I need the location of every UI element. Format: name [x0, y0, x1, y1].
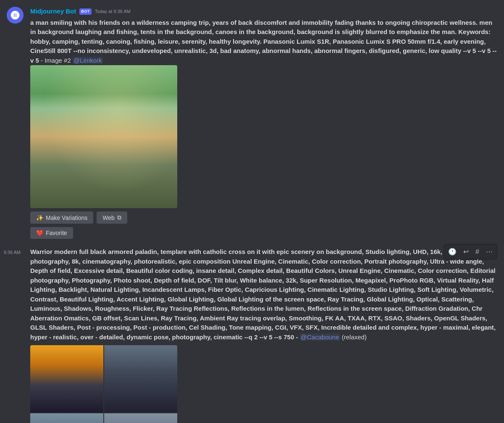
action-buttons-1: ✨ Make Variations Web ⧉: [30, 212, 497, 224]
mention-cacaboune[interactable]: @Cacaboune: [300, 333, 340, 341]
message-time-2: 9:36 AM: [2, 249, 21, 256]
knight-image-grid: [30, 345, 177, 423]
status-relaxed: (relaxed): [342, 333, 367, 341]
message-header-1: Midjourney Bot BOT Today at 9:36 AM: [30, 7, 497, 16]
knight-image-3: [30, 413, 103, 423]
message-text-2: Warrior modern full black armored paladi…: [30, 247, 497, 342]
web-button[interactable]: Web ⧉: [97, 212, 127, 224]
clock-action-button[interactable]: 🕐: [446, 246, 459, 257]
make-variations-label: Make Variations: [46, 214, 87, 221]
external-link-icon: ⧉: [117, 214, 121, 221]
message-group-1: Midjourney Bot BOT Today at 9:36 AM a ma…: [30, 7, 497, 239]
heart-icon: ❤️: [36, 230, 43, 236]
make-variations-button[interactable]: ✨ Make Variations: [30, 212, 93, 224]
avatar: [7, 7, 24, 24]
message-actions-2: 🕐 ↩ # ⋯: [444, 244, 497, 259]
mention-limkork[interactable]: @Limkork: [73, 57, 103, 64]
bot-name: Midjourney Bot: [30, 7, 76, 16]
favorite-button[interactable]: ❤️ Favorite: [30, 227, 73, 239]
knight-image-4: [104, 413, 177, 423]
web-label: Web: [102, 214, 115, 221]
knight-image-1: [30, 345, 103, 412]
sparkles-icon: ✨: [36, 214, 43, 221]
message-group-2: 9:36 AM Warrior modern full black armore…: [30, 247, 497, 423]
favorite-buttons: ❤️ Favorite: [30, 227, 497, 239]
more-action-button[interactable]: ⋯: [483, 246, 495, 257]
message-timestamp: Today at 9:36 AM: [95, 8, 131, 15]
camping-image: [30, 65, 177, 208]
bot-badge: BOT: [79, 8, 92, 15]
thread-action-button[interactable]: #: [473, 246, 482, 257]
message-text-1: a man smiling with his friends on a wild…: [30, 18, 497, 66]
reply-action-button[interactable]: ↩: [461, 246, 471, 257]
image-number: - Image #2: [41, 57, 73, 64]
favorite-label: Favorite: [46, 230, 67, 236]
knight-image-2: [104, 345, 177, 412]
